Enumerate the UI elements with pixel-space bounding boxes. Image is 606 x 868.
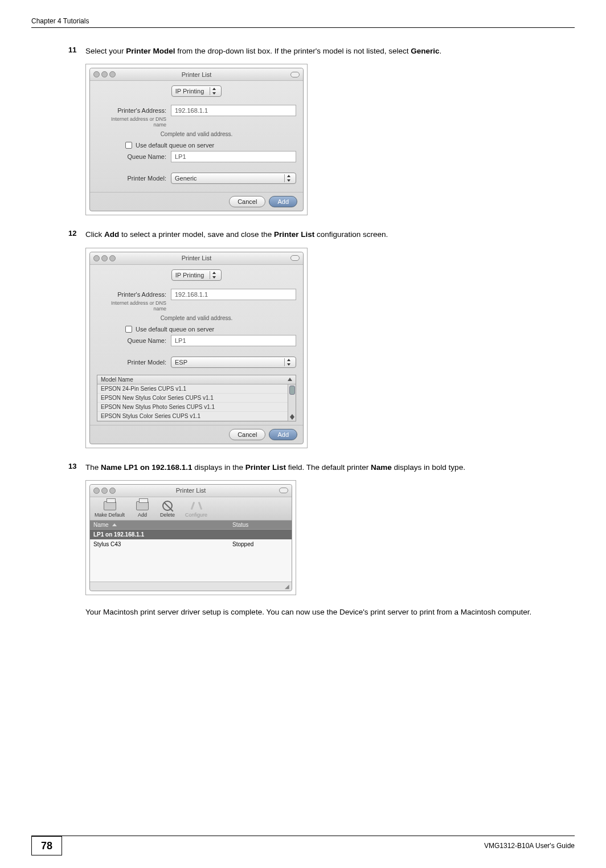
- text: Click: [85, 230, 104, 239]
- text: displays in bold type.: [392, 463, 465, 472]
- titlebar: Printer List: [90, 485, 292, 497]
- printer-icon: [104, 501, 116, 510]
- delete-printer-button[interactable]: Delete: [160, 499, 175, 518]
- guide-name: VMG1312-B10A User's Guide: [484, 842, 575, 850]
- printer-name: Stylus C43: [90, 539, 229, 549]
- popup-arrows-icon: [284, 358, 292, 366]
- button-label: Cancel: [238, 431, 257, 438]
- header-rule: [31, 27, 575, 28]
- printer-model-value: Generic: [175, 175, 197, 182]
- toolbar-label: Add: [138, 512, 147, 518]
- model-header-label[interactable]: Model Name: [101, 376, 133, 383]
- queue-input[interactable]: LP1: [171, 151, 296, 162]
- step-number: 12: [68, 229, 85, 240]
- model-row[interactable]: EPSON 24-Pin Series CUPS v1.1: [97, 384, 288, 394]
- text: configuration screen.: [314, 230, 388, 239]
- text-bold: Printer List: [245, 463, 286, 472]
- address-input[interactable]: 192.168.1.1: [171, 105, 296, 116]
- model-row[interactable]: EPSON Stylus Color Series CUPS v1.1: [97, 412, 288, 421]
- text: The: [85, 463, 101, 472]
- step-text: Click Add to select a printer model, sav…: [85, 229, 388, 240]
- model-label: Printer Model:: [97, 175, 171, 182]
- cancel-button[interactable]: Cancel: [229, 429, 265, 440]
- add-button[interactable]: Add: [269, 196, 297, 207]
- toolbar-label: Delete: [160, 512, 175, 518]
- address-label: Printer's Address:: [97, 107, 171, 114]
- address-input[interactable]: 192.168.1.1: [171, 289, 296, 300]
- window-title: Printer List: [90, 255, 303, 261]
- connection-type-popup[interactable]: IP Printing: [171, 85, 222, 97]
- configure-icon: [191, 501, 202, 511]
- step-text: Select your Printer Model from the drop-…: [85, 46, 441, 57]
- delete-icon: [162, 501, 173, 511]
- use-default-queue-checkbox[interactable]: [125, 326, 132, 333]
- model-label: Printer Model:: [97, 359, 171, 366]
- toolbar-label: Configure: [185, 512, 207, 518]
- resize-handle-icon[interactable]: ◢: [90, 582, 292, 591]
- address-value: 192.168.1.1: [175, 107, 208, 114]
- printer-list-dialog-2: Printer List IP Printing Printer's Addre…: [85, 248, 308, 448]
- toolbar-toggle-icon[interactable]: [290, 255, 300, 261]
- popup-arrows-icon: [284, 174, 292, 182]
- queue-value: LP1: [175, 153, 186, 160]
- closing-text: Your Macintosh print server driver setup…: [85, 607, 575, 618]
- titlebar: Printer List: [90, 252, 303, 265]
- use-default-queue-checkbox[interactable]: [125, 142, 132, 149]
- use-default-queue-label: Use default queue on server: [136, 326, 214, 333]
- toolbar-toggle-icon[interactable]: [290, 72, 300, 77]
- text-bold: Generic: [411, 47, 439, 55]
- step-11: 11 Select your Printer Model from the dr…: [68, 46, 575, 215]
- add-button[interactable]: Add: [269, 429, 297, 440]
- model-row[interactable]: EPSON New Stylus Color Series CUPS v1.1: [97, 394, 288, 403]
- add-printer-button[interactable]: Add: [135, 499, 150, 518]
- printer-list-dialog-3: Printer List Make Default Add Delete: [85, 480, 296, 595]
- toolbar-toggle-icon[interactable]: [279, 488, 288, 493]
- button-label: Add: [277, 198, 289, 205]
- text: to select a printer model, save and clos…: [119, 230, 274, 239]
- text-bold: Printer Model: [126, 47, 175, 55]
- step-number: 11: [68, 46, 85, 57]
- address-status: Complete and valid address.: [97, 131, 296, 137]
- address-value: 192.168.1.1: [175, 291, 208, 298]
- queue-label: Queue Name:: [97, 337, 171, 344]
- address-status: Complete and valid address.: [97, 315, 296, 321]
- text-bold: Printer List: [274, 230, 314, 239]
- cancel-button[interactable]: Cancel: [229, 196, 265, 207]
- connection-type-value: IP Printing: [175, 88, 204, 95]
- printer-icon: [136, 501, 149, 510]
- make-default-button[interactable]: Make Default: [95, 499, 125, 518]
- scroll-thumb-icon[interactable]: [289, 386, 295, 395]
- model-row[interactable]: EPSON New Stylus Photo Series CUPS v1.1: [97, 403, 288, 412]
- text: from the drop-down list box. If the prin…: [175, 47, 411, 55]
- model-list: Model Name EPSON 24-Pin Series CUPS v1.1…: [97, 375, 296, 421]
- printer-model-popup[interactable]: ESP: [171, 357, 296, 368]
- content-area: 11 Select your Printer Model from the dr…: [68, 46, 575, 628]
- use-default-queue-label: Use default queue on server: [136, 142, 214, 149]
- printer-row[interactable]: Stylus C43 Stopped: [90, 539, 292, 549]
- printer-name: LP1 on 192.168.1.1: [90, 530, 229, 539]
- address-sublabel: Internet address or DNS name: [97, 116, 171, 128]
- scroll-down-icon[interactable]: [290, 417, 294, 420]
- button-label: Add: [277, 431, 289, 438]
- column-header-name[interactable]: Name: [90, 521, 229, 529]
- step-13: 13 The Name LP1 on 192.168.1.1 displays …: [68, 462, 575, 619]
- printer-row-selected[interactable]: LP1 on 192.168.1.1: [90, 530, 292, 539]
- scrollbar[interactable]: [288, 384, 296, 421]
- address-label: Printer's Address:: [97, 291, 171, 298]
- popup-arrows-icon: [210, 87, 218, 95]
- window-title: Printer List: [90, 487, 292, 494]
- text-bold: Name LP1 on 192.168.1.1: [101, 463, 193, 472]
- column-header-status[interactable]: Status: [229, 521, 292, 529]
- text: Select your: [85, 47, 126, 55]
- page-number: 78: [31, 836, 62, 855]
- step-text: The Name LP1 on 192.168.1.1 displays in …: [85, 462, 465, 473]
- text: .: [440, 47, 442, 55]
- printer-list-dialog-1: Printer List IP Printing Printer's Addre…: [85, 64, 308, 215]
- text-bold: Add: [104, 230, 119, 239]
- configure-printer-button: Configure: [185, 499, 207, 518]
- queue-input[interactable]: LP1: [171, 335, 296, 346]
- toolbar-label: Make Default: [95, 512, 125, 518]
- window-title: Printer List: [90, 71, 303, 78]
- connection-type-popup[interactable]: IP Printing: [171, 269, 222, 281]
- printer-model-popup[interactable]: Generic: [171, 173, 296, 184]
